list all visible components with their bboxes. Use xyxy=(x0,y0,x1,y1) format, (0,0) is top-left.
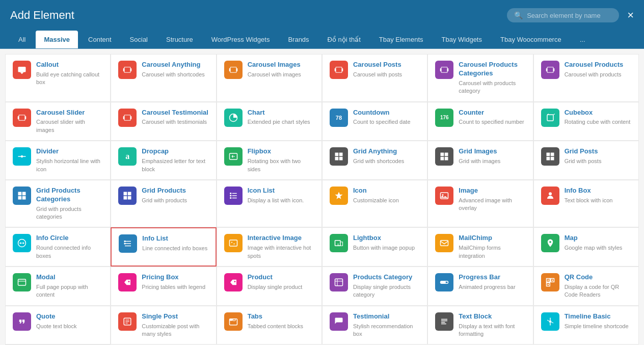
svg-rect-20 xyxy=(123,116,124,119)
element-card-carousel-slider[interactable]: Carousel SliderCarousel slider with imag… xyxy=(5,102,111,141)
element-desc-image: Advanced image with overlay xyxy=(459,197,525,213)
element-card-carousel-products[interactable]: Carousel ProductsCarousel with products xyxy=(533,54,639,102)
element-info-carousel-images: Carousel ImagesCarousel with images xyxy=(248,61,314,78)
element-info-qr-code: QR CodeDisplay a code for QR Code Reader… xyxy=(565,273,631,299)
element-card-callout[interactable]: CalloutBuild eye catching callout box xyxy=(5,54,111,102)
element-card-mailchimp[interactable]: MailChimpMailChimp forms integration xyxy=(427,227,533,267)
element-card-grid-anything[interactable]: Grid AnythingGrid with shortcodes xyxy=(322,141,427,180)
element-info-interactive-image: Interactive ImageImage with interactive … xyxy=(248,234,314,260)
element-icon-testimonial xyxy=(330,312,348,331)
svg-rect-94 xyxy=(229,319,232,321)
tab-tbay-elements[interactable]: Tbay Elements xyxy=(371,31,432,48)
element-icon-info-box xyxy=(541,187,559,205)
element-desc-carousel-products: Carousel with products xyxy=(565,71,631,78)
element-card-divider[interactable]: DividerStylish horizontal line with icon xyxy=(5,141,111,180)
element-card-single-post[interactable]: Single PostCustomizable post with many s… xyxy=(111,306,216,345)
elements-grid: CalloutBuild eye catching callout boxCar… xyxy=(5,54,639,345)
element-card-grid-products-categories[interactable]: Grid Products CategoriesGrid with produc… xyxy=(5,180,111,228)
element-card-qr-code[interactable]: QR CodeDisplay a code for QR Code Reader… xyxy=(533,267,639,306)
element-card-cubebox[interactable]: CubeboxRotating cube with content xyxy=(533,102,639,141)
element-card-chart[interactable]: ChartExtended pie chart styles xyxy=(217,102,322,141)
element-name-carousel-slider: Carousel Slider xyxy=(36,109,103,117)
element-card-map[interactable]: MapGoogle map with styles xyxy=(533,227,639,267)
tab-more[interactable]: ... xyxy=(572,31,594,48)
element-desc-modal: Full page popup with content xyxy=(36,283,103,299)
element-card-grid-posts[interactable]: Grid PostsGrid with posts xyxy=(533,141,639,180)
svg-rect-72 xyxy=(441,241,448,246)
element-info-dropcap: DropcapEmphasized letter for text block xyxy=(142,147,208,173)
svg-rect-7 xyxy=(336,67,342,73)
tab-tbay-widgets[interactable]: Tbay Widgets xyxy=(434,31,490,48)
element-card-carousel-testimonial[interactable]: Carousel TestimonialCarousel with testim… xyxy=(111,102,216,141)
modal-header: Add Element 🔍 × xyxy=(0,0,644,31)
element-card-pricing-box[interactable]: Pricing BoxPricing tables with legend xyxy=(111,267,216,306)
tab-content[interactable]: Content xyxy=(80,31,120,48)
element-icon-carousel-images xyxy=(224,61,243,79)
svg-rect-82 xyxy=(441,281,446,284)
element-card-lightbox[interactable]: LightboxButton with image popup xyxy=(322,227,427,267)
element-card-quote[interactable]: QuoteQuote text block xyxy=(5,306,111,345)
element-card-tabs[interactable]: TabsTabbed content blocks xyxy=(217,306,322,345)
element-name-carousel-anything: Carousel Anything xyxy=(142,61,208,69)
element-icon-carousel-posts xyxy=(330,61,348,79)
element-name-carousel-products-categories: Carousel Products Categories xyxy=(459,61,525,78)
element-card-carousel-images[interactable]: Carousel ImagesCarousel with images xyxy=(217,54,322,102)
element-card-text-block[interactable]: Text BlockDisplay a text with font forma… xyxy=(427,306,533,345)
element-icon-icon-list xyxy=(224,187,243,205)
element-card-timeline-basic[interactable]: Timeline BasicSimple timeline shortcode xyxy=(533,306,639,345)
tab-social[interactable]: Social xyxy=(122,31,156,48)
element-card-product[interactable]: ProductDisplay single product xyxy=(217,267,322,306)
element-card-interactive-image[interactable]: Interactive ImageImage with interactive … xyxy=(217,227,322,267)
element-icon-callout xyxy=(13,61,31,79)
element-card-grid-images[interactable]: Grid ImagesGrid with images xyxy=(427,141,533,180)
element-card-counter[interactable]: 176CounterCount to specified number xyxy=(427,102,533,141)
element-info-single-post: Single PostCustomizable post with many s… xyxy=(142,312,208,338)
element-card-testimonial[interactable]: TestimonialStylish recommendation box xyxy=(322,306,427,345)
element-icon-carousel-testimonial xyxy=(118,109,137,127)
element-name-counter: Counter xyxy=(459,109,525,117)
svg-rect-40 xyxy=(550,157,554,161)
search-input[interactable] xyxy=(527,12,612,19)
element-desc-countdown: Count to specified date xyxy=(353,118,420,126)
tab-wordpress[interactable]: WordPress Widgets xyxy=(203,31,278,48)
element-card-flipbox[interactable]: FlipboxRotating box with two sides xyxy=(217,141,322,180)
element-card-info-list[interactable]: Info ListLine connected info boxes xyxy=(111,227,216,267)
element-card-progress-bar[interactable]: Progress BarAnimated progress bar xyxy=(427,267,533,306)
element-card-icon-list[interactable]: Icon ListDisplay a list with icon. xyxy=(217,180,322,228)
element-info-tabs: TabsTabbed content blocks xyxy=(248,312,314,330)
element-desc-grid-anything: Grid with shortcodes xyxy=(353,157,420,165)
element-card-products-category[interactable]: Products CategoryDisplay single products… xyxy=(322,267,427,306)
modal-title: Add Element xyxy=(10,9,74,22)
element-card-image[interactable]: ImageAdvanced image with overlay xyxy=(427,180,533,228)
element-card-info-box[interactable]: Info BoxText block with icon xyxy=(533,180,639,228)
element-card-countdown[interactable]: 78CountdownCount to specified date xyxy=(322,102,427,141)
element-card-icon[interactable]: IconCustomizable icon xyxy=(322,180,427,228)
element-info-grid-images: Grid ImagesGrid with images xyxy=(459,147,525,165)
svg-point-27 xyxy=(21,155,23,158)
element-desc-carousel-posts: Carousel with posts xyxy=(353,71,420,78)
tab-do-noi-that[interactable]: Đồ nội thất xyxy=(319,31,369,48)
tab-structure[interactable]: Structure xyxy=(158,31,201,48)
element-card-info-circle[interactable]: Info CircleRound connected info boxes xyxy=(5,227,111,267)
close-button[interactable]: × xyxy=(627,9,634,22)
tab-tbay-woocommerce[interactable]: Tbay Woocommerce xyxy=(492,31,570,48)
element-card-modal[interactable]: ModalFull page popup with content xyxy=(5,267,111,306)
element-info-cubebox: CubeboxRotating cube with content xyxy=(565,109,631,126)
element-info-grid-products: Grid ProductsGrid with products xyxy=(142,187,208,204)
element-icon-timeline-basic xyxy=(541,312,559,331)
tab-all[interactable]: All xyxy=(10,31,34,48)
element-card-carousel-products-categories[interactable]: Carousel Products CategoriesCarousel wit… xyxy=(427,54,533,102)
element-card-carousel-posts[interactable]: Carousel PostsCarousel with posts xyxy=(322,54,427,102)
element-card-dropcap[interactable]: aDropcapEmphasized letter for text block xyxy=(111,141,216,180)
element-desc-products-category: Display single products category xyxy=(353,283,420,299)
element-name-modal: Modal xyxy=(36,273,103,282)
element-desc-quote: Quote text block xyxy=(36,323,103,330)
element-desc-text-block: Display a text with font formatting xyxy=(459,323,525,338)
search-box[interactable]: 🔍 xyxy=(507,8,619,22)
tab-massive[interactable]: Massive xyxy=(36,31,78,48)
svg-rect-74 xyxy=(18,279,26,285)
element-card-grid-products[interactable]: Grid ProductsGrid with products xyxy=(111,180,216,228)
element-name-qr-code: QR Code xyxy=(565,273,631,282)
tab-brands[interactable]: Brands xyxy=(280,31,317,48)
element-card-carousel-anything[interactable]: Carousel AnythingCarousel with shortcode… xyxy=(111,54,216,102)
